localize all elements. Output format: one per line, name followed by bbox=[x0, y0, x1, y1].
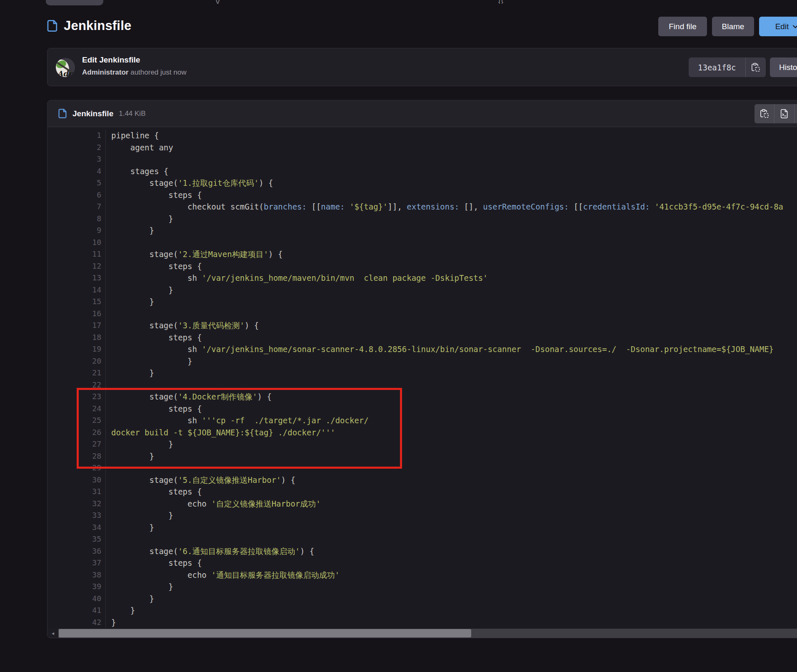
file-size: 1.44 KiB bbox=[119, 110, 145, 118]
line-number[interactable]: 37 bbox=[47, 557, 106, 569]
line-number[interactable]: 5 bbox=[47, 177, 106, 189]
blame-button[interactable]: Blame bbox=[712, 17, 754, 36]
commit-meta: Administrator authored just now bbox=[82, 68, 186, 77]
code-line: 22 bbox=[47, 379, 797, 391]
line-number[interactable]: 23 bbox=[47, 391, 106, 403]
line-number[interactable]: 27 bbox=[47, 438, 106, 450]
code-line: 36 stage('6.通知目标服务器拉取镜像启动') { bbox=[47, 545, 797, 557]
code-line-content: } bbox=[106, 450, 154, 462]
code-line: 41 } bbox=[47, 605, 797, 617]
line-number[interactable]: 33 bbox=[47, 510, 106, 522]
code-line-content: sh '/var/jenkins_home/sonar-scanner-4.8.… bbox=[106, 343, 774, 355]
line-number[interactable]: 25 bbox=[47, 415, 106, 427]
code-line-content: } bbox=[106, 617, 116, 629]
line-number[interactable]: 16 bbox=[47, 308, 106, 320]
line-number[interactable]: 41 bbox=[47, 605, 106, 617]
line-number[interactable]: 32 bbox=[47, 498, 106, 510]
code-line: 5 stage('1.拉取git仓库代码') { bbox=[47, 177, 797, 189]
code-line: 27 } bbox=[47, 438, 797, 450]
line-number[interactable]: 42 bbox=[47, 617, 106, 629]
file-action-buttons bbox=[755, 104, 797, 123]
copy-file-contents-button[interactable] bbox=[755, 104, 775, 123]
line-number[interactable]: 2 bbox=[47, 142, 106, 154]
scrollbar-thumb[interactable] bbox=[59, 629, 471, 637]
line-number[interactable]: 9 bbox=[47, 225, 106, 237]
commit-sha: 13ea1f8c bbox=[689, 57, 745, 77]
commit-author[interactable]: Administrator bbox=[82, 68, 128, 76]
line-number[interactable]: 28 bbox=[47, 450, 106, 462]
scroll-left-arrow-icon[interactable]: ◂ bbox=[47, 629, 58, 638]
chevron-down-icon bbox=[793, 25, 797, 28]
history-button[interactable]: History bbox=[770, 57, 797, 77]
line-number[interactable]: 30 bbox=[47, 474, 106, 486]
line-number[interactable]: 8 bbox=[47, 213, 106, 225]
code-line-content: steps { bbox=[106, 557, 202, 569]
line-number[interactable]: 19 bbox=[47, 343, 106, 355]
code-line: 39 } bbox=[47, 581, 797, 593]
line-number[interactable]: 15 bbox=[47, 296, 106, 308]
find-file-button[interactable]: Find file bbox=[658, 17, 707, 36]
commit-texts: Edit Jenkinsfile Administrator authored … bbox=[82, 55, 186, 77]
code-line-content: echo '通知目标服务器拉取镜像启动成功' bbox=[106, 569, 340, 581]
code-line-content: } bbox=[106, 522, 154, 534]
line-number[interactable]: 17 bbox=[47, 320, 106, 332]
open-raw-file-button[interactable] bbox=[775, 104, 795, 123]
commit-message-link[interactable]: Edit Jenkinsfile bbox=[82, 55, 186, 65]
code-line: 2 agent any bbox=[47, 142, 797, 154]
code-line-content: steps { bbox=[106, 260, 202, 272]
gitlab-file-view: { "page_title": "Jenkinsfile", "toolbar"… bbox=[0, 0, 797, 672]
page-title-row: Jenkinsfile bbox=[47, 15, 131, 37]
line-number[interactable]: 11 bbox=[47, 248, 106, 260]
line-number[interactable]: 3 bbox=[47, 153, 106, 165]
code-line: 4 stages { bbox=[47, 165, 797, 177]
code-line-content: stage('6.通知目标服务器拉取镜像启动') { bbox=[106, 545, 314, 557]
code-line: 16 bbox=[47, 308, 797, 320]
line-number[interactable]: 1 bbox=[47, 130, 106, 142]
commit-authored-time: authored just now bbox=[130, 68, 186, 76]
line-number[interactable]: 20 bbox=[47, 355, 106, 367]
line-number[interactable]: 21 bbox=[47, 367, 106, 379]
code-line: 28 } bbox=[47, 450, 797, 462]
code-line: 32 echo '自定义镜像推送Harbor成功' bbox=[47, 498, 797, 510]
line-number[interactable]: 18 bbox=[47, 332, 106, 344]
line-number[interactable]: 34 bbox=[47, 522, 106, 534]
code-line: 37 steps { bbox=[47, 557, 797, 569]
edit-dropdown-button[interactable]: Edit bbox=[759, 17, 797, 36]
copy-sha-button[interactable] bbox=[745, 57, 766, 77]
code-line-content: docker build -t ${JOB_NAME}:${tag} ./doc… bbox=[106, 427, 335, 439]
code-line-content: } bbox=[106, 284, 173, 296]
line-number[interactable]: 22 bbox=[47, 379, 106, 391]
line-number[interactable]: 29 bbox=[47, 462, 106, 474]
line-number[interactable]: 4 bbox=[47, 165, 106, 177]
download-file-button[interactable] bbox=[795, 104, 797, 123]
line-number[interactable]: 12 bbox=[47, 260, 106, 272]
line-number[interactable]: 31 bbox=[47, 486, 106, 498]
line-number[interactable]: 39 bbox=[47, 581, 106, 593]
line-number[interactable]: 35 bbox=[47, 533, 106, 545]
line-number[interactable]: 40 bbox=[47, 593, 106, 605]
author-avatar[interactable]: Adr bbox=[56, 58, 75, 77]
code-line-content: stage('4.Docker制作镜像') { bbox=[106, 391, 272, 403]
code-line: 23 stage('4.Docker制作镜像') { bbox=[47, 391, 797, 403]
code-line-content: } bbox=[106, 296, 154, 308]
code-line: 8 } bbox=[47, 213, 797, 225]
code-line: 17 stage('3.质量代码检测') { bbox=[47, 320, 797, 332]
code-line: 6 steps { bbox=[47, 189, 797, 201]
code-line-content bbox=[106, 379, 111, 391]
line-number[interactable]: 36 bbox=[47, 545, 106, 557]
line-number[interactable]: 6 bbox=[47, 189, 106, 201]
file-header: Jenkinsfile 1.44 KiB bbox=[47, 100, 797, 127]
cut-off-top-button[interactable] bbox=[46, 0, 103, 5]
line-number[interactable]: 13 bbox=[47, 272, 106, 284]
code-line-content: pipeline { bbox=[106, 130, 159, 142]
line-number[interactable]: 14 bbox=[47, 284, 106, 296]
line-number[interactable]: 10 bbox=[47, 237, 106, 249]
cut-off-top-glyph: {} bbox=[498, 0, 503, 4]
line-number[interactable]: 38 bbox=[47, 569, 106, 581]
line-number[interactable]: 26 bbox=[47, 427, 106, 439]
line-number[interactable]: 24 bbox=[47, 403, 106, 415]
code-line-content: steps { bbox=[106, 189, 202, 201]
line-number[interactable]: 7 bbox=[47, 201, 106, 213]
horizontal-scrollbar[interactable]: ◂ bbox=[47, 629, 797, 638]
code-line-content bbox=[106, 462, 111, 474]
